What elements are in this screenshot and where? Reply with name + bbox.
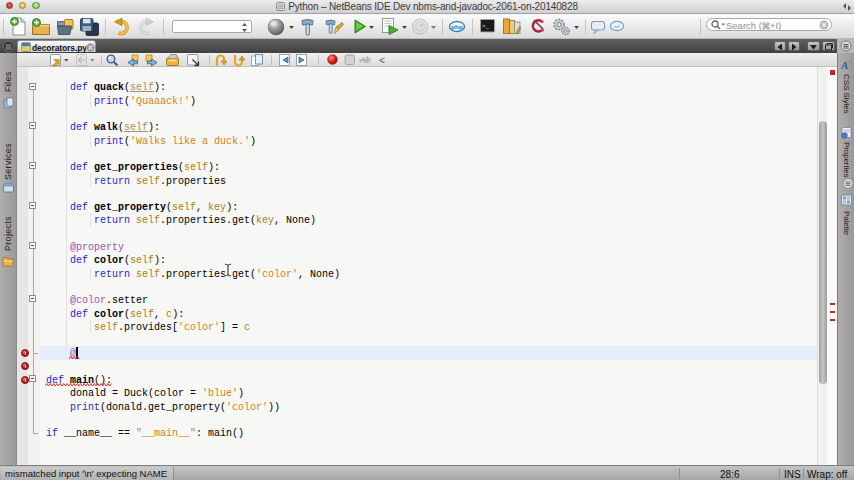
svg-text:<: < [379, 56, 385, 67]
svg-text:php: php [451, 23, 463, 30]
svg-text:>_: >_ [482, 23, 490, 30]
svg-text:A: A [841, 59, 848, 71]
